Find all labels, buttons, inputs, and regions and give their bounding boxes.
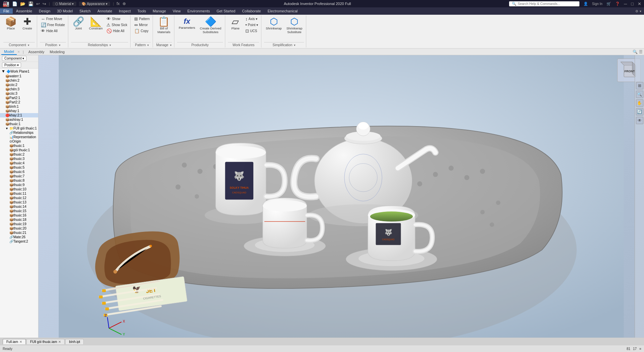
tree-item[interactable]: 📦 thuốc:3 (0, 157, 38, 161)
panel-expand-btn[interactable]: ≡ (639, 347, 641, 351)
fx-btn[interactable]: fx (116, 1, 119, 6)
model-tab[interactable]: Model (1, 49, 17, 55)
constrain-button[interactable]: 📐 Constrain (87, 16, 104, 31)
panel-menu-btn[interactable]: ☰ (639, 50, 643, 54)
point-button[interactable]: • Point ▾ (244, 22, 259, 28)
place-button[interactable]: 📦 Place (3, 16, 18, 31)
menu-sketch[interactable]: Sketch (76, 8, 94, 14)
tree-item[interactable]: 📦 thuốc:13 (0, 200, 38, 204)
manage-expand[interactable]: ▾ (170, 43, 172, 47)
tree-item[interactable]: 📦 thuốc:5 (0, 165, 38, 170)
tree-item[interactable]: 📦 thuốc:18 (0, 217, 38, 222)
doc-tab-binh[interactable]: bình.ipt (65, 339, 84, 344)
tree-item[interactable]: 📦 thuốc:19 (0, 222, 38, 226)
hide-all-button[interactable]: 👁 Hide All (40, 28, 66, 34)
tree-item[interactable]: 🔴 khay:2:1 (0, 113, 38, 117)
help-icon[interactable]: ❓ (615, 2, 620, 6)
position-expand[interactable]: ▾ (59, 43, 61, 47)
search-container[interactable]: 🔍 (509, 1, 579, 6)
create-derived-button[interactable]: 🔷 Create DerivedSubstitutes (198, 16, 223, 35)
create-button[interactable]: ✚ Create (20, 16, 35, 31)
axis-button[interactable]: ↕ Axis ▾ (244, 16, 259, 22)
tree-item[interactable]: 📦 ashtray:1 (0, 117, 38, 122)
nav-zoom-extent[interactable]: ⊞ (636, 82, 643, 89)
tree-item[interactable]: 📦 cóc:3 (0, 91, 38, 96)
tree-item[interactable]: 📦 thuốc:8 (0, 178, 38, 183)
menu-environments[interactable]: Environments (184, 8, 213, 14)
free-rotate-button[interactable]: 🔄 Free Rotate (40, 22, 66, 28)
tree-item[interactable]: 📦 bình:1 (0, 104, 38, 109)
pattern-expand[interactable]: ▾ (147, 43, 149, 47)
tree-item[interactable]: 📦 chén:3 (0, 87, 38, 91)
tree-item[interactable]: 📦 thuốc:7 (0, 174, 38, 178)
bill-of-materials-button[interactable]: 📋 Bill ofMaterials (156, 16, 172, 35)
tree-item[interactable]: 🔗 Tangent:2 (0, 239, 38, 244)
tree-item[interactable]: 📦 waterr:1 (0, 74, 38, 78)
tree-item[interactable]: 📦 gói thuốc:1 (0, 148, 38, 152)
menu-tools[interactable]: Tools (134, 8, 150, 14)
user-icon[interactable]: 👤 (583, 2, 588, 6)
panel-search-btn[interactable]: 🔍 (633, 50, 638, 54)
tree-item[interactable]: ⊙ Origin (0, 139, 38, 144)
joint-button[interactable]: 🔗 Joint (71, 16, 86, 31)
hide-all2-button[interactable]: 🚫 Hide All (105, 28, 128, 34)
doc-tab-close-full[interactable]: ✕ (19, 340, 22, 344)
show-sick-button[interactable]: ⚠ Show Sick (105, 22, 128, 28)
menu-inspect[interactable]: Inspect (115, 8, 134, 14)
save-btn[interactable]: 💾 (28, 1, 33, 6)
menu-collaborate[interactable]: Collaborate (239, 8, 264, 14)
doc-tab-full-iam[interactable]: Full.iam ✕ (3, 339, 26, 344)
redo-btn[interactable]: ↪ (43, 1, 46, 6)
tree-item[interactable]: ▼ 🔷 Work Plane1 (0, 69, 38, 74)
parameters-button[interactable]: fx Parameters (177, 16, 197, 31)
tree-item[interactable]: 📦 thuốc:1 (0, 144, 38, 148)
tree-item[interactable]: 📦 thuốc:20 (0, 226, 38, 231)
tree-item[interactable]: 📦 Part2:1 (0, 96, 38, 100)
menu-design[interactable]: Design (35, 8, 54, 14)
tree-item[interactable]: 📦 thuốc:14 (0, 204, 38, 209)
undo-btn[interactable]: ↩ (36, 1, 40, 6)
shop-icon[interactable]: 🛒 (607, 2, 611, 6)
component-expand[interactable]: ▾ (28, 43, 29, 47)
more-tools[interactable]: ⊕ (123, 1, 126, 6)
position-dropdown[interactable]: Position ▾ (2, 63, 21, 68)
3d-viewport[interactable]: 🐺 SOLKY TIHUA CADSQUAD (38, 55, 644, 338)
simplification-expand[interactable]: ▾ (294, 43, 296, 47)
show-button[interactable]: 👁 Show (105, 16, 128, 22)
plane-button[interactable]: ▱ Plane (228, 16, 243, 31)
minimize-btn[interactable]: ─ (624, 1, 627, 6)
model-close[interactable]: ✕ (17, 50, 20, 54)
doc-tab-close-goi[interactable]: ✕ (58, 340, 61, 344)
copy-button[interactable]: 📋 Copy (133, 28, 151, 34)
tree-item[interactable]: 📦 thuốc:2 (0, 152, 38, 157)
shrinkwrap-substitute-button[interactable]: ⬡ ShrinkwrapSubstitute (285, 16, 304, 35)
ribbon-settings[interactable]: ⚙ ▾ (635, 9, 644, 13)
modeling-tab-btn[interactable]: Modeling (47, 49, 68, 55)
tree-item[interactable]: 📦 thuốc:9 (0, 183, 38, 187)
close-btn[interactable]: ✕ (638, 1, 641, 6)
tree-item[interactable]: 📦 thuốc:10 (0, 187, 38, 191)
tree-item[interactable]: 📦 thuốc:21 (0, 231, 38, 235)
nav-orbit[interactable]: 🔄 (636, 108, 643, 115)
doc-tab-full-goi[interactable]: FUll gói thuốc.iam ✕ (26, 339, 65, 344)
tree-item[interactable]: 📦 Part2:2 (0, 100, 38, 104)
menu-manage[interactable]: Manage (149, 8, 169, 14)
tree-item[interactable]: 📦 thuốc:1 (0, 122, 38, 126)
tree-item[interactable]: 📊 Representation (0, 135, 38, 139)
tree-item[interactable]: ▼ 📁 FUll gói thuốc:1 (0, 126, 38, 130)
tree-item[interactable]: 📦 cóc:2 (0, 83, 38, 87)
material-dropdown[interactable]: ⬡ Material ▾ (53, 2, 77, 6)
app-icon[interactable]: 🏭 (3, 1, 9, 7)
menu-annotate[interactable]: Annotate (94, 8, 115, 14)
maximize-btn[interactable]: □ (631, 1, 634, 6)
ucs-button[interactable]: ⊡ UCS (244, 28, 259, 34)
menu-file[interactable]: File (0, 8, 13, 14)
open-btn[interactable]: 📂 (20, 1, 25, 6)
menu-electromechanical[interactable]: Electromechanical (264, 8, 301, 14)
appearance-dropdown[interactable]: 🎨 Appearance ▾ (79, 2, 110, 6)
pattern-button[interactable]: ⊞ Pattern (133, 16, 151, 22)
component-dropdown[interactable]: Component ▾ (2, 56, 26, 61)
new-btn[interactable]: 📄 (12, 1, 17, 6)
nav-look[interactable]: 👁 (636, 117, 643, 124)
nav-pan[interactable]: ✋ (636, 99, 643, 107)
